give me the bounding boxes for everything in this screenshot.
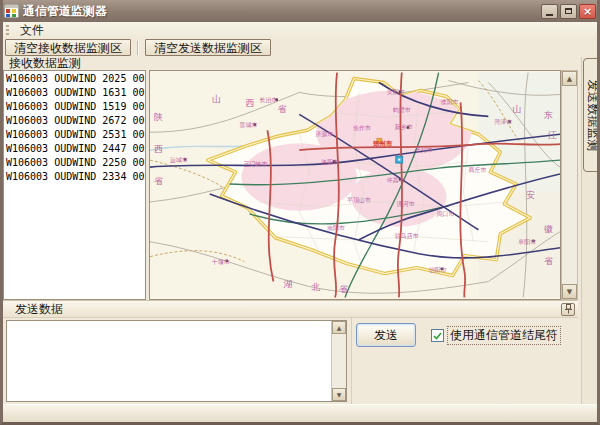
minimize-button[interactable] bbox=[541, 4, 558, 19]
toolbar: 清空接收数据监测区 清空发送数据监测区 bbox=[3, 38, 597, 57]
app-icon bbox=[4, 4, 19, 18]
close-icon: × bbox=[583, 6, 592, 17]
map-label: 陕 bbox=[154, 112, 163, 122]
map-label: 省 bbox=[544, 256, 553, 266]
list-item[interactable]: W106003 OUDWIND 2447 0024 99 bbox=[6, 142, 145, 156]
map-container: 山西省山东江陕西省安徽省湖北省长治市晋城市运城市菏泽市阜阳市十堰市安阳市濮阳市鹤… bbox=[149, 70, 561, 300]
map-label: 安 bbox=[526, 190, 535, 200]
send-textarea-scrollbar[interactable]: ▲ ▼ bbox=[331, 321, 346, 401]
send-body-separator bbox=[351, 318, 352, 404]
clear-receive-button[interactable]: 清空接收数据监测区 bbox=[5, 39, 131, 56]
menu-file[interactable]: 文件 bbox=[14, 22, 50, 39]
map-label: 南阳市 bbox=[327, 224, 345, 232]
send-textarea[interactable] bbox=[7, 321, 331, 401]
list-item[interactable]: W106003 OUDWIND 2531 0015 99 bbox=[6, 128, 145, 142]
map-label: 安阳市 bbox=[387, 88, 405, 96]
map-label: 新乡市 bbox=[395, 123, 413, 130]
list-item[interactable]: W106003 OUDWIND 1631 0026 99 bbox=[6, 86, 145, 100]
map-label: 东 bbox=[544, 110, 553, 120]
receive-panel: 接收数据监测 W106003 OUDWIND 2025 0028 99W1060… bbox=[3, 57, 578, 300]
map-label: 平顶山市 bbox=[347, 196, 371, 203]
toolbar-separator bbox=[137, 41, 139, 55]
minimize-icon bbox=[546, 14, 553, 16]
terminator-checkbox[interactable] bbox=[431, 329, 444, 342]
map-label: 阜阳市 bbox=[518, 238, 536, 246]
map-label: 山 bbox=[212, 94, 221, 104]
map-label: 信阳市 bbox=[429, 266, 447, 274]
send-button[interactable]: 发送 bbox=[356, 323, 416, 347]
receive-panel-body: W106003 OUDWIND 2025 0028 99W106003 OUDW… bbox=[3, 70, 578, 300]
map-label: 省 bbox=[277, 104, 286, 114]
map-label: 长治市 bbox=[259, 96, 277, 104]
map-marker-blue[interactable] bbox=[396, 156, 403, 163]
list-item[interactable]: W106003 OUDWIND 2025 0028 99 bbox=[6, 72, 145, 86]
send-textarea-wrap: ▲ ▼ bbox=[6, 320, 347, 402]
send-panel-body: ▲ ▼ 发送 使用通信管道结尾符 bbox=[3, 318, 578, 404]
clear-send-button[interactable]: 清空发送数据监测区 bbox=[145, 39, 271, 56]
scroll-up-icon[interactable]: ▲ bbox=[562, 71, 577, 86]
map-label: 许昌市 bbox=[387, 176, 405, 183]
maximize-icon bbox=[565, 8, 572, 14]
map-label: 晋城市 bbox=[240, 121, 258, 128]
map-label: 鹤壁市 bbox=[393, 106, 411, 113]
receive-list[interactable]: W106003 OUDWIND 2025 0028 99W106003 OUDW… bbox=[3, 70, 146, 300]
map-label: 十堰市 bbox=[211, 258, 230, 265]
send-panel: 发送数据 ▲ ▼ 发送 bbox=[3, 300, 578, 404]
map-label: 徽 bbox=[544, 224, 553, 234]
map-label: 三门峡市 bbox=[244, 160, 268, 167]
map-label: 郑州市 bbox=[372, 140, 393, 148]
send-panel-header: 发送数据 bbox=[3, 301, 578, 318]
send-monitor-tab[interactable]: 发送数据监测 bbox=[583, 58, 600, 172]
map-label: 周口市 bbox=[437, 210, 455, 218]
pin-icon bbox=[564, 304, 573, 314]
map-label: 商丘市 bbox=[468, 166, 486, 173]
send-monitor-tab-label: 发送数据监测 bbox=[583, 79, 600, 151]
map-label: 江 bbox=[548, 130, 557, 140]
list-item[interactable]: W106003 OUDWIND 2250 0026 99 bbox=[6, 156, 145, 170]
map-label: 漯河市 bbox=[397, 200, 415, 207]
terminator-checkbox-label[interactable]: 使用通信管道结尾符 bbox=[448, 327, 560, 344]
scroll-up-icon[interactable]: ▲ bbox=[332, 321, 346, 334]
map-label: 运城市 bbox=[170, 156, 188, 163]
map-label: 济源市 bbox=[315, 130, 333, 137]
map-label: 省 bbox=[339, 284, 348, 294]
close-button[interactable]: × bbox=[579, 4, 596, 19]
terminator-checkbox-row: 使用通信管道结尾符 bbox=[431, 327, 560, 344]
map-label: 菏泽市 bbox=[494, 118, 512, 126]
menubar: 文件 bbox=[3, 22, 597, 38]
list-item[interactable]: W106003 OUDWIND 2334 0022 99 bbox=[6, 170, 145, 184]
bottom-strip bbox=[3, 404, 597, 422]
map-label: 西 bbox=[246, 98, 255, 108]
map-label: 驻马店市 bbox=[395, 232, 419, 240]
send-panel-title: 发送数据 bbox=[9, 301, 561, 318]
scroll-down-icon[interactable]: ▼ bbox=[332, 388, 346, 401]
map-label: 焦作市 bbox=[353, 124, 371, 131]
list-item[interactable]: W106003 OUDWIND 2672 0013 99 bbox=[6, 114, 145, 128]
pin-button[interactable] bbox=[561, 303, 575, 316]
map-label: 北 bbox=[311, 282, 320, 292]
map-label: 湖 bbox=[283, 280, 292, 290]
titlebar: 通信管道监测器 × bbox=[0, 0, 600, 22]
scroll-down-icon[interactable]: ▼ bbox=[562, 284, 577, 299]
app-window: 通信管道监测器 × 文件 清空接收数据监测区 清空发送数据监测区 接收数据监测 … bbox=[0, 0, 600, 425]
map-label: 山 bbox=[512, 104, 521, 114]
map-image: 山西省山东江陕西省安徽省湖北省长治市晋城市运城市菏泽市阜阳市十堰市安阳市濮阳市鹤… bbox=[150, 71, 560, 299]
window-controls: × bbox=[541, 4, 596, 19]
window-title: 通信管道监测器 bbox=[23, 3, 541, 20]
receive-panel-header: 接收数据监测 bbox=[3, 57, 578, 70]
map-label: 濮阳市 bbox=[441, 98, 459, 106]
map-scrollbar[interactable]: ▲ ▼ bbox=[561, 70, 578, 300]
map-label: 省 bbox=[154, 176, 163, 186]
autohide-tabstrip: 发送数据监测 bbox=[581, 57, 600, 404]
map-label: 开封市 bbox=[415, 146, 433, 153]
menubar-grip[interactable] bbox=[6, 25, 9, 35]
map-label: 洛阳市 bbox=[321, 158, 339, 166]
map-label: 西 bbox=[154, 144, 163, 154]
maximize-button[interactable] bbox=[560, 4, 577, 19]
check-icon bbox=[433, 332, 442, 340]
list-item[interactable]: W106003 OUDWIND 1519 0021 99 bbox=[6, 100, 145, 114]
